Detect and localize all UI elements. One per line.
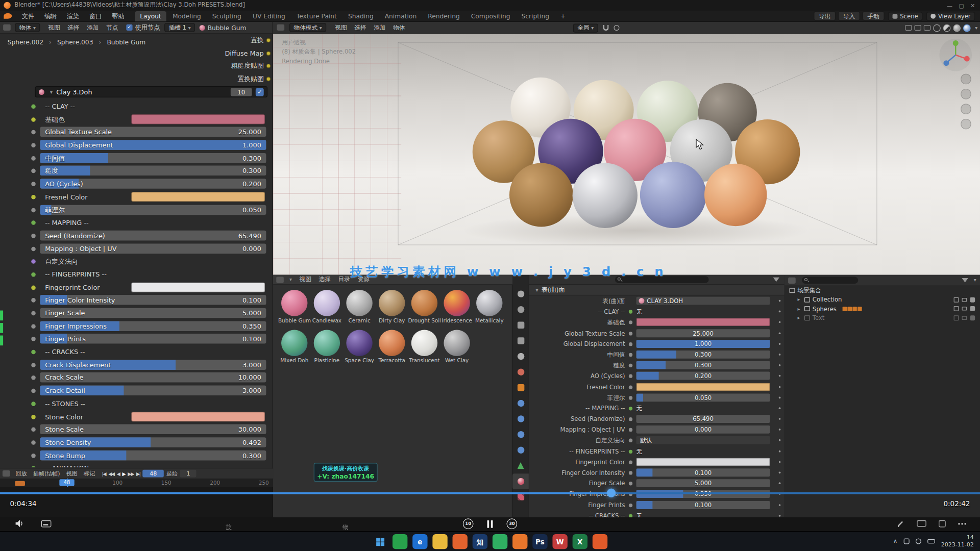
viewport-3d[interactable]: 用户透视(8) 材质合集 | Sphere.002Rendering Done <box>273 34 980 275</box>
property-field[interactable]: 默认 <box>636 436 770 444</box>
taskbar-app-icon[interactable] <box>373 534 387 549</box>
property-field[interactable]: 0.300 <box>636 350 770 359</box>
taskbar-app-icon[interactable]: X <box>573 534 587 549</box>
node-header[interactable]: ▾ Clay 3.Doh 10 ✓ <box>35 86 268 97</box>
disable-render-icon[interactable] <box>970 306 975 311</box>
breadcrumb-item[interactable]: Sphere.002 › <box>5 39 52 45</box>
properties-tab[interactable] <box>512 442 529 458</box>
property-field[interactable]: 0.200 <box>636 372 770 380</box>
menu-item[interactable]: 添加 <box>83 23 103 32</box>
parameter-slider[interactable]: Finger Scale 5.000 <box>40 308 266 318</box>
editor-type-icon[interactable] <box>788 277 796 283</box>
addon-button[interactable]: 导入 <box>838 11 860 20</box>
rewind-10-button[interactable]: 10 <box>463 518 474 529</box>
socket-icon[interactable] <box>31 285 36 290</box>
clay-sphere[interactable] <box>640 162 706 228</box>
expander-icon[interactable]: ▸ <box>796 315 802 320</box>
workspace-tab[interactable]: Texture Paint <box>291 11 342 21</box>
toggle-ortho-icon[interactable] <box>961 119 971 130</box>
parameter-slider[interactable]: 中间值 0.300 <box>40 153 266 163</box>
output-socket-icon[interactable] <box>266 64 271 68</box>
properties-tab[interactable] <box>512 427 529 442</box>
video-seekbar[interactable] <box>0 492 980 494</box>
menu-item[interactable]: 编辑 <box>39 10 62 21</box>
clay-sphere[interactable] <box>509 163 573 227</box>
properties-tab[interactable] <box>512 286 529 302</box>
fullscreen-icon[interactable] <box>939 520 945 527</box>
asset-item[interactable]: Mixed Doh <box>278 329 311 368</box>
xray-toggle-icon[interactable] <box>924 25 930 31</box>
node-value-field[interactable]: 10 <box>231 88 252 96</box>
chevron-down-icon[interactable]: ▾ <box>974 278 976 283</box>
socket-icon[interactable] <box>31 220 36 225</box>
asset-item[interactable]: Terracotta <box>376 329 408 368</box>
socket-icon[interactable] <box>31 414 36 419</box>
snap-magnet-icon[interactable] <box>603 25 609 31</box>
menu-item[interactable]: 节点 <box>103 23 122 32</box>
checkbox-icon[interactable] <box>954 315 959 320</box>
property-field[interactable]: 5.000 <box>636 479 770 487</box>
animate-dot-icon[interactable] <box>779 354 781 356</box>
checkbox-icon[interactable] <box>954 297 959 303</box>
socket-icon[interactable] <box>31 298 36 303</box>
timeline-ruler[interactable]: 100150200250 48 <box>0 479 273 487</box>
asset-item[interactable]: Plasticine <box>311 329 344 368</box>
zoom-icon[interactable] <box>961 73 971 84</box>
filter-icon[interactable] <box>962 278 968 283</box>
shading-wireframe-icon[interactable] <box>933 24 941 32</box>
player-chapter-markers[interactable] <box>0 311 3 348</box>
socket-icon[interactable] <box>31 104 36 109</box>
animate-dot-icon[interactable] <box>779 515 781 517</box>
color-swatch[interactable] <box>636 458 770 466</box>
battery-icon[interactable] <box>927 539 935 543</box>
property-field[interactable]: CLAY 3.DOH <box>636 297 770 305</box>
workspace-tab[interactable]: Shading <box>343 11 378 21</box>
socket-icon[interactable] <box>31 246 36 251</box>
breadcrumb-item[interactable]: Sphere.003 › <box>55 39 101 45</box>
close-icon[interactable]: ✕ <box>970 2 975 8</box>
taskbar-app-icon[interactable] <box>453 534 468 549</box>
socket-icon[interactable] <box>31 182 36 186</box>
taskbar-app-icon[interactable] <box>493 534 507 549</box>
chevron-down-icon[interactable]: ▾ <box>975 25 977 31</box>
property-field[interactable]: 65.490 <box>636 415 770 423</box>
gizmo-toggle-icon[interactable] <box>905 25 912 31</box>
properties-tab[interactable] <box>512 489 529 505</box>
parameter-slider[interactable]: Stone Scale 30.000 <box>40 424 266 435</box>
shading-material-icon[interactable] <box>953 24 961 32</box>
hide-viewport-icon[interactable] <box>962 316 967 319</box>
parameter-slider[interactable]: Mapping : Object | UV 0.000 <box>40 243 266 254</box>
property-field[interactable]: 0.050 <box>636 393 770 402</box>
parameter-slider[interactable]: 糙度 0.300 <box>40 166 266 176</box>
workspace-tab[interactable]: Animation <box>380 11 422 21</box>
asset-item[interactable]: Iridescence <box>440 289 473 329</box>
color-swatch[interactable] <box>131 192 265 202</box>
current-frame-field[interactable]: 48 <box>143 470 164 478</box>
play-reverse-icon[interactable]: ◀ <box>117 471 120 477</box>
animate-dot-icon[interactable] <box>779 483 781 485</box>
animate-dot-icon[interactable] <box>779 471 781 473</box>
workspace-tab[interactable]: Modeling <box>167 11 206 21</box>
menu-item[interactable]: 渲染 <box>62 10 84 21</box>
timeline-marker[interactable] <box>15 481 25 486</box>
output-socket-icon[interactable] <box>266 38 271 43</box>
socket-icon[interactable] <box>31 428 36 432</box>
clay-sphere[interactable] <box>704 164 767 226</box>
asset-item[interactable]: Space Clay <box>343 329 376 368</box>
properties-tab[interactable] <box>512 364 529 380</box>
taskbar-app-icon[interactable] <box>393 534 407 549</box>
parameter-slider[interactable]: Global Texture Scale 25.000 <box>40 127 266 137</box>
outliner-item[interactable]: ▸ Spheres <box>785 304 980 313</box>
parameter-slider[interactable]: Seed (Randomize) 65.490 <box>40 231 266 241</box>
properties-tab[interactable] <box>512 395 529 411</box>
next-keyframe-icon[interactable]: ▶▶ <box>128 471 134 477</box>
move-view-icon[interactable] <box>961 89 971 99</box>
taskbar-app-icon[interactable] <box>432 534 447 549</box>
animate-dot-icon[interactable] <box>779 418 781 420</box>
animate-dot-icon[interactable] <box>779 300 781 302</box>
properties-tab[interactable] <box>512 317 529 333</box>
taskbar-clock[interactable]: 14 2023-11-02 <box>941 534 974 548</box>
node-output-row[interactable]: 粗糙度贴图 <box>122 59 273 72</box>
disable-render-icon[interactable] <box>970 297 975 303</box>
parameter-slider[interactable]: 菲涅尔 0.050 <box>40 205 266 215</box>
